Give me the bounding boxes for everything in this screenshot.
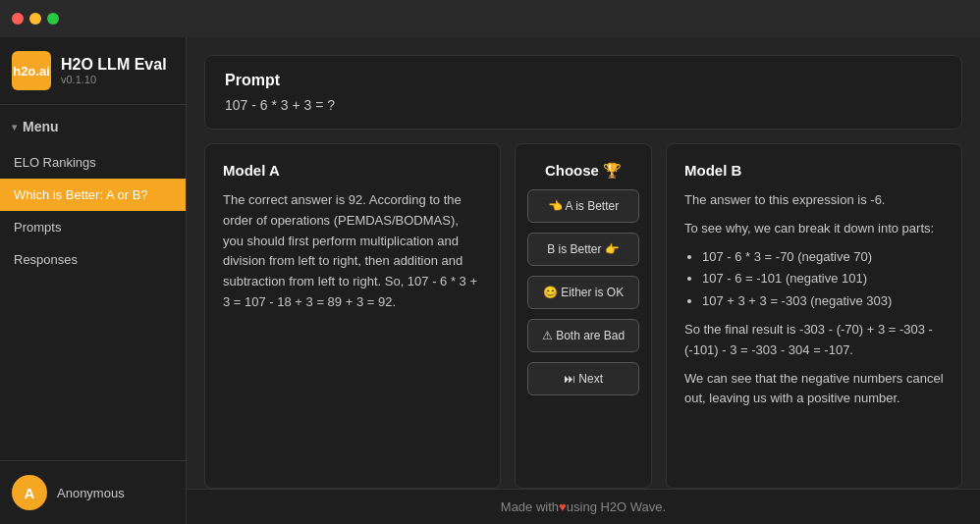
logo-text: h2o.ai — [13, 64, 50, 79]
model-b-title: Model B — [684, 162, 944, 179]
app-version: v0.1.10 — [61, 74, 167, 85]
a-is-better-button[interactable]: 👈 A is Better — [527, 189, 639, 223]
b-is-better-button[interactable]: B is Better 👉 — [527, 233, 639, 266]
sidebar-item-responses[interactable]: Responses — [0, 243, 186, 276]
menu-header: ▾ Menu — [0, 105, 186, 142]
sidebar: h2o.ai H2O LLM Eval v0.1.10 ▾ Menu ELO R… — [0, 37, 187, 524]
app-title-block: H2O LLM Eval v0.1.10 — [61, 56, 167, 85]
sidebar-item-which[interactable]: Which is Better: A or B? — [0, 179, 186, 211]
sidebar-item-prompts[interactable]: Prompts — [0, 211, 186, 243]
model-b-step-2: 107 - 6 = -101 (negative 101) — [702, 269, 944, 289]
model-b-card: Model B The answer to this expression is… — [666, 143, 962, 489]
model-b-step-1: 107 - 6 * 3 = -70 (negative 70) — [702, 247, 944, 268]
sidebar-footer: A Anonymous — [0, 460, 186, 524]
model-b-steps: 107 - 6 * 3 = -70 (negative 70) 107 - 6 … — [702, 247, 944, 312]
model-b-result: So the final result is -303 - (-70) + 3 … — [684, 320, 944, 361]
content-area: Prompt 107 - 6 * 3 + 3 = ? Model A The c… — [187, 37, 980, 489]
user-name: Anonymous — [57, 486, 125, 500]
menu-chevron-icon: ▾ — [12, 122, 17, 132]
prompt-title: Prompt — [225, 72, 942, 89]
traffic-lights — [12, 13, 59, 25]
avatar: A — [12, 475, 47, 510]
model-b-sub-intro: To see why, we can break it down into pa… — [684, 219, 944, 239]
model-a-text: The correct answer is 92. According to t… — [223, 190, 482, 313]
logo: h2o.ai — [12, 51, 51, 90]
titlebar — [0, 0, 980, 37]
minimize-button[interactable] — [29, 13, 41, 25]
model-b-conclusion: We can see that the negative numbers can… — [684, 369, 944, 410]
sidebar-item-elo[interactable]: ELO Rankings — [0, 146, 186, 179]
sidebar-header: h2o.ai H2O LLM Eval v0.1.10 — [0, 37, 186, 105]
model-b-intro: The answer to this expression is -6. — [684, 190, 944, 211]
main-content: Prompt 107 - 6 * 3 + 3 = ? Model A The c… — [187, 37, 980, 524]
next-button[interactable]: ⏭ Next — [527, 362, 639, 395]
menu-label: Menu — [23, 119, 59, 134]
maximize-button[interactable] — [47, 13, 59, 25]
app-title: H2O LLM Eval — [61, 56, 167, 74]
columns: Model A The correct answer is 92. Accord… — [204, 143, 962, 489]
either-ok-button[interactable]: 😊 Either is OK — [527, 276, 639, 309]
footer-text-after: using H2O Wave. — [567, 499, 666, 514]
prompt-card: Prompt 107 - 6 * 3 + 3 = ? — [204, 55, 962, 130]
both-bad-button[interactable]: ⚠ Both are Bad — [527, 319, 639, 352]
footer: Made with ♥ using H2O Wave. — [187, 489, 980, 524]
footer-text-before: Made with — [501, 499, 559, 514]
sidebar-nav: ELO Rankings Which is Better: A or B? Pr… — [0, 142, 186, 460]
model-a-title: Model A — [223, 162, 482, 179]
model-b-content: The answer to this expression is -6. To … — [684, 190, 944, 409]
model-a-card: Model A The correct answer is 92. Accord… — [204, 143, 501, 489]
prompt-text: 107 - 6 * 3 + 3 = ? — [225, 97, 942, 113]
choose-title: Choose 🏆 — [545, 162, 622, 180]
model-b-step-3: 107 + 3 + 3 = -303 (negative 303) — [702, 291, 944, 312]
footer-heart: ♥ — [559, 499, 567, 514]
close-button[interactable] — [12, 13, 24, 25]
choose-column: Choose 🏆 👈 A is Better B is Better 👉 😊 E… — [515, 143, 652, 489]
app-body: h2o.ai H2O LLM Eval v0.1.10 ▾ Menu ELO R… — [0, 37, 980, 524]
